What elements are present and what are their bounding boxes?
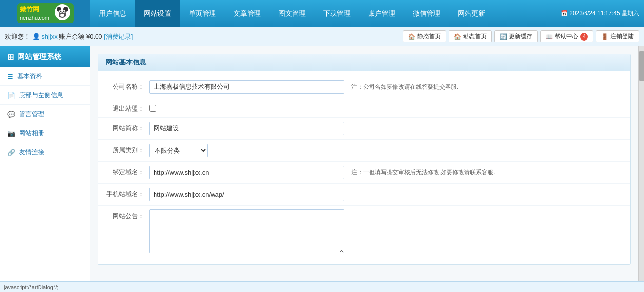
input-company[interactable] (149, 80, 344, 94)
nav-item-downloads[interactable]: 下载管理 (314, 0, 359, 27)
sidebar: ⊞ 网站管理系统 ☰ 基本资料 📄 庇部与左侧信息 💬 留言管理 📷 网站相册 … (0, 46, 90, 281)
sidebar-item-messages[interactable]: 💬 留言管理 (0, 105, 90, 124)
form-row-mobile-domain: 手机站域名： (98, 184, 630, 206)
logo-image: 嫩竹网 nenzhu.com (16, 2, 75, 24)
label-category: 所属类别： (105, 144, 149, 155)
label-company: 公司名称： (105, 80, 149, 91)
home-icon: 🏠 (408, 33, 415, 40)
control-announcement (149, 209, 344, 255)
content-body: 公司名称： 注：公司名如要修改请在线答疑提交客服. 退出站盟： 网站简称： (98, 71, 630, 264)
svg-point-10 (63, 11, 64, 12)
label-mobile-domain: 手机站域名： (105, 188, 149, 199)
note-domain: 注：一但填写提交审核后无法修改,如要修改请联系客服. (351, 166, 495, 177)
svg-text:nenzhu.com: nenzhu.com (20, 15, 49, 21)
label-domain: 绑定域名： (105, 166, 149, 177)
list-icon: ☰ (7, 73, 13, 80)
form-row-category: 所属类别： 不限分类 (98, 140, 630, 162)
file-icon: 📄 (7, 92, 15, 99)
top-navigation: 嫩竹网 nenzhu.com 用户信息 网站设置 单页管理 文章管理 图文管理 … (0, 0, 644, 27)
status-bar: javascript:/*artDialog*/; (0, 281, 644, 292)
logout-button[interactable]: 🚪 注销登陆 (596, 30, 639, 42)
sidebar-item-basic[interactable]: ☰ 基本资料 (0, 67, 90, 86)
form-row-shortname: 网站简称： (98, 118, 630, 140)
nav-item-siteconfig[interactable]: 网站设置 (135, 0, 180, 27)
svg-text:嫩竹网: 嫩竹网 (20, 5, 39, 13)
note-company: 注：公司名如要修改请在线答疑提交客服. (351, 80, 458, 91)
content-box: 网站基本信息 公司名称： 注：公司名如要修改请在线答疑提交客服. 退出站盟： (98, 54, 631, 265)
refresh-icon: 🔄 (500, 33, 507, 40)
svg-point-11 (60, 14, 64, 17)
nav-item-account[interactable]: 账户管理 (359, 0, 404, 27)
sidebar-header: ⊞ 网站管理系统 (0, 46, 90, 67)
username-link[interactable]: shjjxx (41, 33, 58, 40)
control-category: 不限分类 (149, 144, 344, 157)
label-exit-alliance: 退出站盟： (105, 102, 149, 113)
content-area: 网站基本信息 公司名称： 注：公司名如要修改请在线答疑提交客服. 退出站盟： (90, 46, 638, 281)
link-icon: 🔗 (7, 149, 15, 156)
control-company (149, 80, 344, 94)
toolbar: 欢迎您！ 👤 shjjxx 账户余额 ¥0.00 [消费记录] 🏠 静态首页 🏠… (0, 27, 644, 46)
form-row-company: 公司名称： 注：公司名如要修改请在线答疑提交客服. (98, 76, 630, 98)
comment-icon: 💬 (7, 111, 15, 118)
textarea-announcement[interactable] (149, 209, 344, 253)
input-mobile-domain[interactable] (149, 188, 344, 201)
main-layout: ⊞ 网站管理系统 ☰ 基本资料 📄 庇部与左侧信息 💬 留言管理 📷 网站相册 … (0, 46, 644, 281)
nav-item-userinfo[interactable]: 用户信息 (90, 0, 135, 27)
grid-icon: ⊞ (7, 52, 14, 62)
nav-items: 用户信息 网站设置 单页管理 文章管理 图文管理 下载管理 账户管理 微信管理 … (90, 0, 561, 27)
content-title: 网站基本信息 (98, 54, 630, 71)
datetime-display: 📅 2023/6/24 11:17:45 星期六 (561, 9, 644, 18)
input-domain[interactable] (149, 166, 344, 179)
label-announcement: 网站公告： (105, 209, 149, 221)
svg-point-9 (60, 11, 61, 12)
label-shortname: 网站简称： (105, 122, 149, 133)
help-icon: 📖 (546, 33, 553, 40)
consume-link[interactable]: [消费记录] (104, 33, 133, 40)
user-avatar: 👤 (32, 33, 40, 40)
sidebar-item-links[interactable]: 🔗 友情连接 (0, 143, 90, 162)
help-center-button[interactable]: 📖 帮助中心 4 (540, 30, 593, 42)
dynamic-icon: 🏠 (454, 33, 461, 40)
calendar-icon: 📅 (561, 10, 568, 17)
album-icon: 📷 (7, 130, 15, 137)
nav-item-articles[interactable]: 文章管理 (225, 0, 270, 27)
sidebar-item-footer-sidebar[interactable]: 📄 庇部与左侧信息 (0, 86, 90, 105)
scrollbar[interactable] (638, 46, 644, 281)
control-mobile-domain (149, 188, 344, 201)
logout-icon: 🚪 (601, 33, 608, 40)
nav-item-images[interactable]: 图文管理 (270, 0, 314, 27)
control-domain (149, 166, 344, 179)
nav-item-pages[interactable]: 单页管理 (180, 0, 225, 27)
dynamic-home-button[interactable]: 🏠 动态首页 (449, 30, 492, 42)
select-category[interactable]: 不限分类 (149, 144, 208, 157)
toolbar-buttons: 🏠 静态首页 🏠 动态首页 🔄 更新缓存 📖 帮助中心 4 🚪 注销登陆 (403, 30, 639, 42)
form-row-domain: 绑定域名： 注：一但填写提交审核后无法修改,如要修改请联系客服. (98, 162, 630, 184)
logo-area: 嫩竹网 nenzhu.com (0, 0, 90, 27)
control-exit-alliance (149, 102, 344, 113)
form-row-announcement: 网站公告： (98, 206, 630, 259)
welcome-area: 欢迎您！ 👤 shjjxx 账户余额 ¥0.00 [消费记录] (5, 32, 403, 41)
form-row-exit-alliance: 退出站盟： (98, 98, 630, 118)
nav-item-update[interactable]: 网站更新 (449, 0, 494, 27)
nav-item-wechat[interactable]: 微信管理 (404, 0, 449, 27)
scrollbar-thumb[interactable] (639, 51, 644, 81)
static-home-button[interactable]: 🏠 静态首页 (403, 30, 446, 42)
refresh-cache-button[interactable]: 🔄 更新缓存 (494, 30, 538, 42)
sidebar-item-album[interactable]: 📷 网站相册 (0, 124, 90, 143)
checkbox-exit-alliance[interactable] (149, 105, 156, 112)
input-shortname[interactable] (149, 122, 344, 135)
status-text: javascript:/*artDialog*/; (4, 284, 58, 290)
help-badge: 4 (580, 33, 588, 41)
control-shortname (149, 122, 344, 135)
